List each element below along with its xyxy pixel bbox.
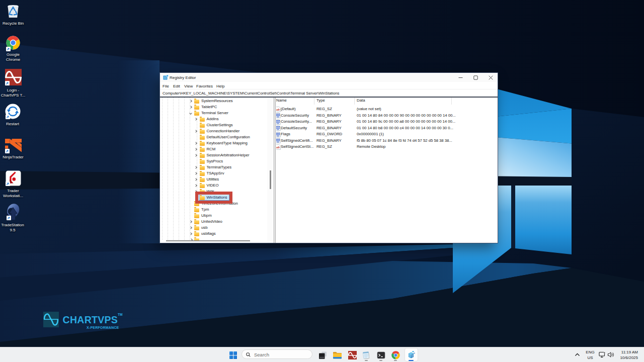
svg-text:ab: ab bbox=[276, 108, 280, 112]
svg-text:ab: ab bbox=[276, 145, 280, 149]
